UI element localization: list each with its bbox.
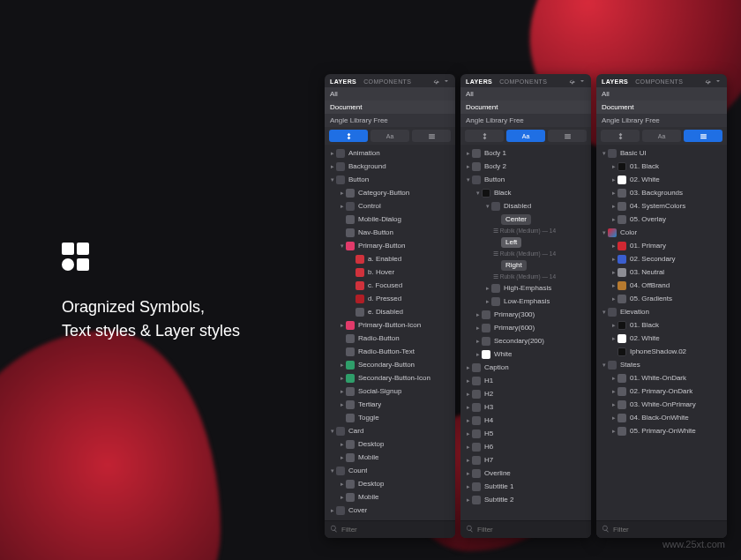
tab-components[interactable]: COMPONENTS (635, 78, 683, 85)
chevron-right-icon[interactable]: ▸ (474, 351, 482, 358)
chevron-right-icon[interactable]: ▸ (464, 364, 472, 371)
tree-row[interactable]: ▸02. Primary-OnDark (596, 385, 727, 398)
chevron-right-icon[interactable]: ▸ (483, 285, 491, 292)
chevron-down-icon[interactable]: ▾ (600, 150, 608, 157)
tree-row[interactable]: ▸Desktop (325, 477, 455, 490)
tree-row[interactable]: ▸Secondary(200) (460, 334, 591, 347)
seg-symbols[interactable] (329, 130, 368, 142)
tree-row[interactable]: c. Focused (325, 279, 455, 292)
tree-row[interactable]: ▸Tertiary (325, 398, 455, 411)
tree-row[interactable]: ▸Category-Button (325, 186, 455, 199)
tree-row[interactable]: Toggle (325, 411, 455, 424)
chevron-right-icon[interactable]: ▸ (464, 391, 472, 398)
chevron-right-icon[interactable]: ▸ (474, 325, 482, 332)
chevron-down-icon[interactable]: ▾ (600, 229, 608, 236)
tree-row[interactable]: Left (460, 235, 591, 249)
tree-row[interactable]: ▾Black (460, 186, 591, 199)
seg-text-styles[interactable]: Aa (370, 130, 409, 142)
tree-row[interactable]: ▸Subtitle 2 (460, 493, 591, 506)
chevron-down-icon[interactable]: ▾ (483, 203, 491, 210)
tree-row[interactable]: e. Disabled (325, 305, 455, 318)
chevron-right-icon[interactable]: ▸ (328, 150, 336, 157)
tree-row[interactable]: ▸Primary-Button-Icon (325, 318, 455, 332)
chevron-right-icon[interactable]: ▸ (464, 150, 472, 157)
tree-row[interactable]: ▸White (460, 347, 591, 361)
tree-row[interactable]: ▸01. Primary (596, 239, 727, 252)
chevron-down-icon[interactable]: ▾ (328, 176, 336, 183)
seg-text-styles[interactable]: Aa (506, 130, 545, 142)
tree-row[interactable]: ▸Low-Emphasis (460, 295, 591, 308)
chevron-right-icon[interactable]: ▸ (610, 282, 618, 289)
chevron-down-icon[interactable]: ▾ (338, 243, 346, 250)
tree-row[interactable]: ▾Basic UI (596, 146, 727, 160)
tree-row[interactable]: ▸Mobile (325, 451, 455, 464)
tree-row[interactable]: ▸03. Backgrounds (596, 186, 727, 199)
chevron-right-icon[interactable]: ▸ (464, 470, 472, 477)
chevron-down-icon[interactable] (579, 78, 586, 86)
tree-row[interactable]: ☰ Rubik (Medium) — 14 (460, 249, 591, 258)
chevron-right-icon[interactable]: ▸ (610, 176, 618, 183)
chevron-right-icon[interactable]: ▸ (464, 377, 472, 385)
chevron-right-icon[interactable]: ▸ (464, 483, 472, 490)
scope-document[interactable]: Document (460, 101, 591, 114)
tree-row[interactable]: ▸03. Neutral (596, 265, 727, 279)
gear-icon[interactable] (704, 78, 711, 86)
tree-row[interactable]: ▸05. Overlay (596, 213, 727, 226)
chevron-right-icon[interactable]: ▸ (610, 401, 618, 408)
chevron-down-icon[interactable]: ▾ (600, 309, 608, 316)
chevron-right-icon[interactable]: ▸ (338, 481, 346, 488)
library-row[interactable]: Angle Library Free (325, 114, 455, 127)
filter-input[interactable] (341, 526, 450, 534)
scope-all[interactable]: All (596, 87, 727, 101)
chevron-right-icon[interactable]: ▸ (610, 190, 618, 197)
tree-row[interactable]: ▸Body 2 (460, 160, 591, 173)
chevron-right-icon[interactable]: ▸ (610, 335, 618, 342)
tree-row[interactable]: ▸Caption (460, 361, 591, 374)
tree-row[interactable]: ▸Animation (325, 146, 455, 160)
seg-text-styles[interactable]: Aa (642, 130, 681, 142)
tab-layers[interactable]: LAYERS (330, 78, 356, 85)
chevron-right-icon[interactable]: ▸ (338, 441, 346, 448)
tree-row[interactable]: ▸02. White (596, 173, 727, 186)
chevron-right-icon[interactable]: ▸ (610, 243, 618, 250)
tree-row[interactable]: Mobile-Dialog (325, 213, 455, 226)
chevron-right-icon[interactable]: ▸ (464, 163, 472, 170)
gear-icon[interactable] (568, 78, 575, 86)
chevron-down-icon[interactable]: ▾ (474, 190, 482, 197)
chevron-right-icon[interactable]: ▸ (610, 322, 618, 329)
chevron-right-icon[interactable]: ▸ (464, 457, 472, 464)
seg-symbols[interactable] (601, 130, 640, 142)
tree-row[interactable]: ▸H1 (460, 374, 591, 387)
tree-row[interactable]: Radio-Button-Text (325, 345, 455, 358)
tree-row[interactable]: ▸02. White (596, 332, 727, 345)
chevron-right-icon[interactable]: ▸ (464, 497, 472, 504)
chevron-right-icon[interactable]: ▸ (464, 430, 472, 437)
chevron-right-icon[interactable]: ▸ (338, 454, 346, 461)
chevron-right-icon[interactable]: ▸ (338, 362, 346, 369)
tree-row[interactable]: ▾Button (325, 173, 455, 186)
tree-row[interactable]: ▸05. Primary-OnWhite (596, 424, 727, 437)
chevron-right-icon[interactable]: ▸ (328, 507, 336, 514)
chevron-down-icon[interactable]: ▾ (600, 362, 608, 369)
tree-row[interactable]: ▾Disabled (460, 199, 591, 213)
tree-row[interactable]: ▸H5 (460, 427, 591, 440)
tree-row[interactable]: ▸Primary(300) (460, 308, 591, 321)
library-row[interactable]: Angle Library Free (596, 114, 727, 127)
tree-row[interactable]: ▸Control (325, 199, 455, 213)
filter-input[interactable] (477, 526, 586, 534)
tree-row[interactable]: ▸H7 (460, 453, 591, 467)
tree-row[interactable]: ▾Card (325, 424, 455, 437)
chevron-right-icon[interactable]: ▸ (338, 401, 346, 408)
chevron-down-icon[interactable]: ▾ (328, 467, 336, 474)
seg-layer-styles[interactable] (684, 130, 722, 142)
scope-all[interactable]: All (460, 87, 591, 101)
chevron-right-icon[interactable]: ▸ (464, 444, 472, 451)
tree-row[interactable]: ▸01. Black (596, 318, 727, 332)
tab-components[interactable]: COMPONENTS (363, 78, 411, 85)
seg-symbols[interactable] (465, 130, 504, 142)
tree-row[interactable]: ▸02. Secondary (596, 252, 727, 265)
chevron-down-icon[interactable] (715, 78, 722, 86)
tree-row[interactable]: ▸05. Gradients (596, 292, 727, 305)
library-row[interactable]: Angle Library Free (460, 114, 591, 127)
tree-row[interactable]: ▾Elevation (596, 305, 727, 318)
